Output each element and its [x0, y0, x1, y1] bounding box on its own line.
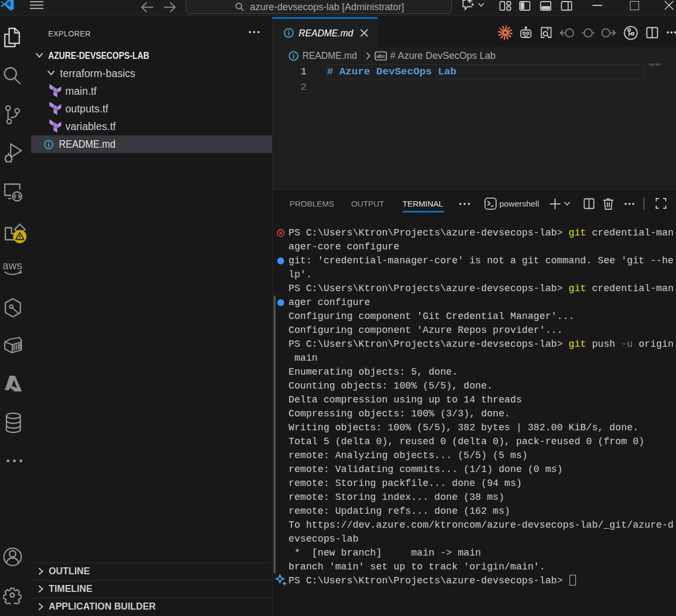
svg-text:aws: aws — [3, 260, 22, 271]
svg-text:abc: abc — [376, 53, 385, 59]
